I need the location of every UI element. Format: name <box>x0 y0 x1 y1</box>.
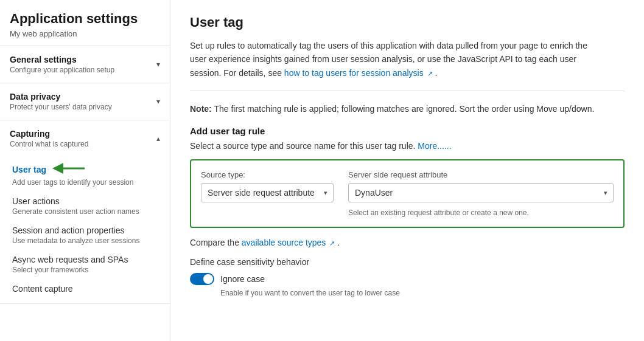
sidebar-item-content-capture[interactable]: Content capture <box>0 279 170 298</box>
capturing-chevron: ▴ <box>156 134 160 143</box>
sidebar-section-general: General settings Configure your applicat… <box>0 46 170 83</box>
select-source-text: Select a source type and source name for… <box>190 141 625 151</box>
sidebar-item-user-actions[interactable]: User actions Generate consistent user ac… <box>0 191 170 221</box>
case-sensitivity-label: Define case sensitivity behavior <box>190 257 625 267</box>
main-content: User tag Set up rules to automatically t… <box>170 0 644 341</box>
available-source-types-link[interactable]: available source types ↗ <box>242 238 337 247</box>
sidebar-section-data-privacy: Data privacy Protect your users' data pr… <box>0 83 170 120</box>
sidebar-header: Application settings My web application <box>0 0 170 46</box>
server-side-select-wrapper: DynaUser UserID SessionKey ▾ <box>348 183 614 202</box>
more-link[interactable]: More...... <box>418 141 451 151</box>
data-privacy-chevron: ▾ <box>156 97 160 106</box>
general-settings-subtitle: Configure your application setup <box>10 66 114 74</box>
session-action-label: Session and action properties <box>12 226 160 235</box>
server-side-label: Server side request attribute <box>348 170 614 179</box>
description-text: Set up rules to automatically tag the us… <box>190 39 604 80</box>
source-type-label: Source type: <box>201 170 334 179</box>
capturing-subtitle: Control what is captured <box>10 140 88 148</box>
page-title: User tag <box>190 15 625 30</box>
user-actions-label: User actions <box>12 196 160 206</box>
app-subtitle: My web application <box>10 29 160 38</box>
user-tag-label: User tag <box>12 165 46 174</box>
user-tag-sublabel: Add user tags to identify your session <box>12 178 160 187</box>
session-action-sublabel: Use metadata to analyze user sessions <box>12 236 160 245</box>
source-config-box: Source type: Server side request attribu… <box>190 159 625 228</box>
server-side-hint: Select an existing request attribute or … <box>348 208 614 217</box>
compare-external-icon: ↗ <box>329 239 335 247</box>
content-capture-label: Content capture <box>12 284 160 294</box>
capturing-toggle[interactable]: Capturing Control what is captured ▴ <box>0 120 170 157</box>
ignore-case-label: Ignore case <box>220 274 265 284</box>
server-side-select[interactable]: DynaUser UserID SessionKey <box>348 183 614 202</box>
toggle-knob <box>203 274 213 284</box>
source-type-field: Source type: Server side request attribu… <box>201 170 334 202</box>
data-privacy-subtitle: Protect your users' data privacy <box>10 103 112 111</box>
capturing-title: Capturing <box>10 129 88 139</box>
case-sensitivity-section: Define case sensitivity behavior Ignore … <box>190 257 625 297</box>
sidebar-section-capturing: Capturing Control what is captured ▴ Use… <box>0 120 170 304</box>
tag-users-link[interactable]: how to tag users for session analysis ↗ <box>284 68 435 78</box>
general-settings-title: General settings <box>10 55 114 64</box>
data-privacy-title: Data privacy <box>10 92 112 102</box>
toggle-hint: Enable if you want to convert the user t… <box>190 289 625 297</box>
general-settings-toggle[interactable]: General settings Configure your applicat… <box>0 46 170 83</box>
user-tag-arrow-icon <box>51 162 88 177</box>
user-actions-sublabel: Generate consistent user action names <box>12 207 160 216</box>
server-side-field: Server side request attribute DynaUser U… <box>348 170 614 217</box>
sidebar-item-user-tag[interactable]: User tag Add user tags to identify yo <box>0 157 170 191</box>
async-web-requests-sublabel: Select your frameworks <box>12 266 160 274</box>
sidebar: Application settings My web application … <box>0 0 170 341</box>
data-privacy-toggle[interactable]: Data privacy Protect your users' data pr… <box>0 83 170 120</box>
external-link-icon: ↗ <box>427 70 433 77</box>
source-type-select-wrapper: Server side request attribute CSS select… <box>201 183 334 202</box>
divider-1 <box>190 91 625 91</box>
capturing-items: User tag Add user tags to identify yo <box>0 157 170 303</box>
source-config-row: Source type: Server side request attribu… <box>201 170 614 217</box>
app-title: Application settings <box>10 11 160 27</box>
add-rule-title: Add user tag rule <box>190 126 625 136</box>
toggle-row: Ignore case <box>190 273 625 285</box>
async-web-requests-label: Async web requests and SPAs <box>12 255 160 264</box>
compare-text: Compare the available source types ↗ . <box>190 238 625 247</box>
source-type-select[interactable]: Server side request attribute CSS select… <box>201 183 334 202</box>
general-settings-chevron: ▾ <box>156 60 160 69</box>
note-box: Note: The first matching rule is applied… <box>190 102 625 115</box>
sidebar-item-async-web-requests[interactable]: Async web requests and SPAs Select your … <box>0 250 170 279</box>
sidebar-item-session-action-properties[interactable]: Session and action properties Use metada… <box>0 221 170 250</box>
ignore-case-toggle[interactable] <box>190 273 214 285</box>
